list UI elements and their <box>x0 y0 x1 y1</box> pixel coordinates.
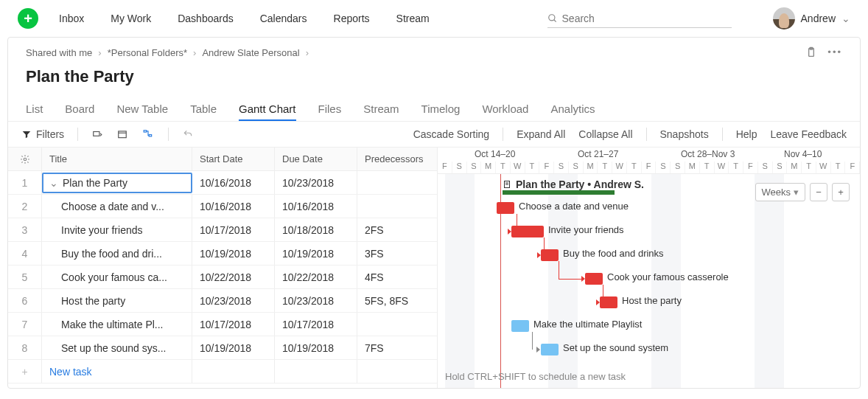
cell-title[interactable]: Invite your friends <box>42 218 192 241</box>
undo-icon[interactable] <box>182 129 194 139</box>
search-box[interactable] <box>547 10 732 28</box>
add-button[interactable]: + <box>18 8 38 29</box>
tab-board[interactable]: Board <box>65 98 94 121</box>
nav-mywork[interactable]: My Work <box>111 13 151 24</box>
table-row[interactable]: 3 Invite your friends 10/17/2018 10/18/2… <box>8 218 437 242</box>
cell-title[interactable]: Host the party <box>42 289 192 312</box>
cell-due[interactable]: 10/19/2018 <box>275 242 357 265</box>
tab-gantt[interactable]: Gantt Chart <box>239 98 296 121</box>
cell-pred[interactable] <box>357 195 437 218</box>
chevron-down-icon[interactable]: ⌄ <box>49 177 58 189</box>
cell-due[interactable]: 10/19/2018 <box>275 336 357 359</box>
cell-due[interactable]: 10/22/2018 <box>275 266 357 288</box>
clipboard-icon[interactable] <box>805 46 817 58</box>
week-label: Nov 4–10 <box>784 149 822 159</box>
col-start[interactable]: Start Date <box>192 148 275 170</box>
cell-start[interactable]: 10/22/2018 <box>192 266 275 288</box>
cell-due[interactable]: 10/18/2018 <box>275 218 357 241</box>
new-task-label[interactable]: New task <box>42 360 192 383</box>
cell-pred[interactable]: 5FS, 8FS <box>357 289 437 312</box>
table-row[interactable]: 5 Cook your famous ca... 10/22/2018 10/2… <box>8 266 437 289</box>
cell-start[interactable]: 10/19/2018 <box>192 336 275 359</box>
table-row[interactable]: 7 Make the ultimate Pl... 10/17/2018 10/… <box>8 313 437 336</box>
user-menu[interactable]: Andrew ⌄ <box>773 7 850 30</box>
calendar-icon[interactable] <box>116 129 128 139</box>
crumb-andrew-personal[interactable]: Andrew Slate Personal <box>202 47 299 58</box>
gantt-bar[interactable] <box>511 320 529 332</box>
zoom-out-button[interactable]: − <box>810 183 827 201</box>
gantt-chart[interactable]: Oct 14–20 Oct 21–27 Oct 28–Nov 3 Nov 4–1… <box>438 148 860 388</box>
gantt-body[interactable]: Plan the Party • Andrew S. Choose a date… <box>438 174 860 388</box>
cell-start[interactable]: 10/16/2018 <box>192 171 275 194</box>
gear-icon[interactable] <box>8 148 42 170</box>
cascade-sorting[interactable]: Cascade Sorting <box>413 128 490 140</box>
col-pred[interactable]: Predecessors <box>357 148 437 170</box>
collapse-all[interactable]: Collapse All <box>578 128 632 140</box>
cell-pred[interactable]: 4FS <box>357 266 437 288</box>
summary-row: Plan the Party • Andrew S. <box>503 178 644 190</box>
cell-pred[interactable] <box>357 171 437 194</box>
tab-stream[interactable]: Stream <box>363 98 399 121</box>
tab-newtable[interactable]: New Table <box>116 98 168 121</box>
table-row[interactable]: 6 Host the party 10/23/2018 10/23/2018 5… <box>8 289 437 313</box>
cell-start[interactable]: 10/19/2018 <box>192 242 275 265</box>
tab-table[interactable]: Table <box>190 98 217 121</box>
add-row-icon[interactable]: + <box>8 360 42 383</box>
cell-start[interactable]: 10/23/2018 <box>192 289 275 312</box>
cell-due[interactable]: 10/17/2018 <box>275 313 357 336</box>
cell-title[interactable]: Set up the sound sys... <box>42 336 192 359</box>
expand-all[interactable]: Expand All <box>517 128 565 140</box>
cell-start[interactable]: 10/16/2018 <box>192 195 275 218</box>
gantt-bar[interactable] <box>541 344 559 355</box>
nav-inbox[interactable]: Inbox <box>59 13 84 24</box>
cell-due[interactable]: 10/16/2018 <box>275 195 357 218</box>
tab-timelog[interactable]: Timelog <box>421 98 461 121</box>
search-input[interactable] <box>562 13 732 24</box>
col-title[interactable]: Title <box>42 148 192 170</box>
nav-reports[interactable]: Reports <box>334 13 370 24</box>
more-icon[interactable]: ••• <box>827 46 842 58</box>
cell-title[interactable]: Make the ultimate Pl... <box>42 313 192 336</box>
summary-bar[interactable] <box>503 190 615 195</box>
tab-files[interactable]: Files <box>318 98 342 121</box>
nav-calendars[interactable]: Calendars <box>260 13 307 24</box>
cell-due[interactable]: 10/23/2018 <box>275 289 357 312</box>
zoom-select[interactable]: Weeks▾ <box>755 183 806 201</box>
gantt-bar[interactable] <box>497 202 514 214</box>
filters-button[interactable]: Filters <box>21 128 64 140</box>
cell-pred[interactable]: 7FS <box>357 336 437 359</box>
help-link[interactable]: Help <box>736 128 757 140</box>
cell-pred[interactable]: 3FS <box>357 242 437 265</box>
zoom-in-button[interactable]: + <box>832 183 850 201</box>
cell-due[interactable]: 10/23/2018 <box>275 171 357 194</box>
cell-pred[interactable] <box>357 313 437 336</box>
table-row[interactable]: 1 ⌄Plan the Party 10/16/2018 10/23/2018 <box>8 171 437 195</box>
cell-start[interactable]: 10/17/2018 <box>192 218 275 241</box>
new-task-row[interactable]: + New task <box>8 360 437 384</box>
cell-pred[interactable]: 2FS <box>357 218 437 241</box>
crumb-personal-folders[interactable]: *Personal Folders* <box>108 47 187 58</box>
day-cell: W <box>715 162 729 173</box>
cell-title[interactable]: ⌄Plan the Party <box>42 173 192 193</box>
snapshots[interactable]: Snapshots <box>660 128 709 140</box>
table-row[interactable]: 2 Choose a date and v... 10/16/2018 10/1… <box>8 195 437 218</box>
cell-title[interactable]: Buy the food and dri... <box>42 242 192 265</box>
cell-title[interactable]: Choose a date and v... <box>42 195 192 218</box>
expand-folder-icon[interactable] <box>91 129 103 139</box>
cell-title[interactable]: Cook your famous ca... <box>42 266 192 288</box>
cell-start[interactable]: 10/17/2018 <box>192 313 275 336</box>
svg-rect-5 <box>119 131 127 138</box>
gantt-bar[interactable] <box>585 273 603 285</box>
tab-analytics[interactable]: Analytics <box>550 98 595 121</box>
col-due[interactable]: Due Date <box>275 148 357 170</box>
table-row[interactable]: 8 Set up the sound sys... 10/19/2018 10/… <box>8 336 437 360</box>
leave-feedback[interactable]: Leave Feedback <box>770 128 847 140</box>
crumb-shared[interactable]: Shared with me <box>26 47 92 58</box>
dependencies-icon[interactable] <box>141 129 155 139</box>
nav-dashboards[interactable]: Dashboards <box>178 13 234 24</box>
day-cell: F <box>642 162 657 173</box>
tab-workload[interactable]: Workload <box>482 98 528 121</box>
tab-list[interactable]: List <box>26 98 43 121</box>
nav-stream[interactable]: Stream <box>396 13 430 24</box>
table-row[interactable]: 4 Buy the food and dri... 10/19/2018 10/… <box>8 242 437 266</box>
